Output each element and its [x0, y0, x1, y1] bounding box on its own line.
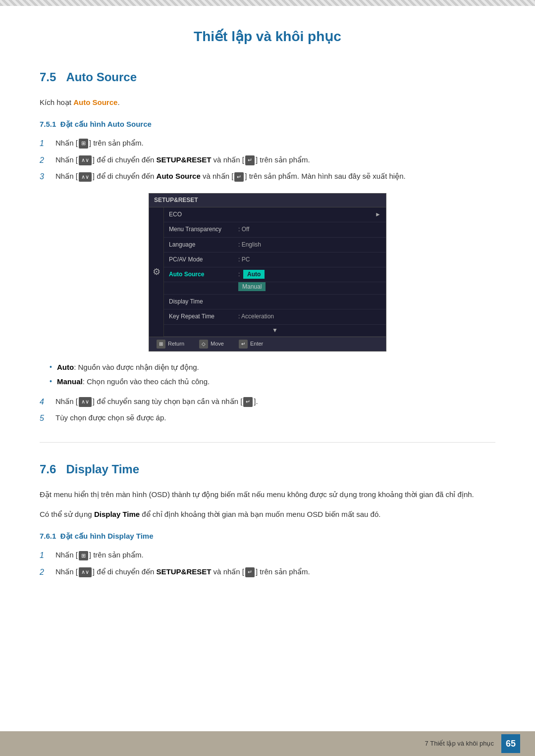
- osd-item-key-repeat: Key Repeat Time : Acceleration: [164, 309, 386, 324]
- osd-item-eco: ECO ►: [164, 207, 386, 222]
- setup-reset-label-76: SETUP&RESET: [157, 567, 212, 576]
- subsection-761-heading: 7.6.1 Đặt cấu hình Display Time: [40, 530, 495, 542]
- osd-item-pcav: PC/AV Mode : PC: [164, 252, 386, 267]
- osd-item-auto-source: Auto Source : Auto: [164, 267, 386, 282]
- menu-key-icon-76: ⊞: [79, 551, 88, 561]
- display-time-bold: Display Time: [94, 510, 140, 518]
- section-76-number: 7.6: [40, 462, 56, 476]
- nav-key-icon-3: ∧∨: [79, 397, 92, 407]
- section-75-title: Auto Source: [66, 70, 137, 84]
- step-76-1: 1 Nhấn [⊞] trên sản phẩm.: [40, 549, 495, 562]
- enter-btn-icon: ↵: [239, 340, 248, 349]
- step-76-2: 2 Nhấn [∧∨] để di chuyển đến SETUP&RESET…: [40, 566, 495, 579]
- osd-bottom-bar: ⊞ Return ◇ Move ↵ Enter: [149, 337, 386, 351]
- osd-auto-option: Auto: [243, 270, 265, 279]
- bullet-auto: Auto: Nguồn vào được nhận diện tự động.: [50, 361, 495, 373]
- page-wrapper: Thiết lập và khôi phục 7.5Auto Source Kí…: [0, 0, 535, 756]
- nav-key-icon-76: ∧∨: [79, 567, 92, 577]
- bullet-manual: Manual: Chọn nguồn vào theo cách thủ côn…: [50, 376, 495, 388]
- footer-page-number: 65: [501, 734, 520, 753]
- section-76-intro2: Có thể sử dụng Display Time để chỉ định …: [40, 508, 495, 520]
- steps-list-75: 1 Nhấn [⊞] trên sản phẩm. 2 Nhấn [∧∨] để…: [40, 137, 495, 183]
- move-btn-icon: ◇: [199, 340, 208, 349]
- osd-item-display-time: Display Time: [164, 295, 386, 309]
- section-75-number: 7.5: [40, 70, 56, 84]
- osd-move-item: ◇ Move: [199, 340, 224, 349]
- section-76-title: Display Time: [66, 462, 139, 476]
- section-divider: [40, 442, 495, 443]
- osd-title-bar: SETUP&RESET: [149, 194, 386, 207]
- auto-source-bold: Auto Source: [73, 98, 117, 106]
- osd-menu-list: ECO ► Menu Transparency : Off Language: [164, 207, 386, 337]
- footer-chapter-text: 7 Thiết lập và khôi phục: [425, 739, 494, 749]
- osd-item-menu-transparency: Menu Transparency : Off: [164, 222, 386, 237]
- bullet-manual-bold: Manual: [57, 377, 83, 386]
- setup-reset-label: SETUP&RESET: [157, 155, 212, 164]
- osd-return-item: ⊞ Return: [157, 340, 184, 349]
- bullet-auto-bold: Auto: [57, 363, 74, 371]
- section-76-heading: 7.6Display Time: [40, 460, 495, 479]
- steps-list-76: 1 Nhấn [⊞] trên sản phẩm. 2 Nhấn [∧∨] để…: [40, 549, 495, 578]
- subsection-751-heading: 7.5.1 Đặt cấu hình Auto Source: [40, 118, 495, 130]
- osd-enter-item: ↵ Enter: [239, 340, 263, 349]
- enter-key-icon-3: ↵: [243, 397, 253, 407]
- osd-manual-option: Manual: [238, 282, 266, 291]
- section-76-intro1: Đặt menu hiển thị trên màn hình (OSD) th…: [40, 489, 495, 501]
- steps-list-75-continued: 4 Nhấn [∧∨] để chuyển sang tùy chọn bạn …: [40, 396, 495, 425]
- enter-key-icon: ↵: [245, 155, 255, 165]
- osd-item-manual: Manual: [164, 282, 386, 295]
- step-2: 2 Nhấn [∧∨] để di chuyển đến SETUP&RESET…: [40, 154, 495, 167]
- osd-scroll-down: ▼: [164, 325, 386, 337]
- nav-key-icon: ∧∨: [79, 155, 92, 165]
- return-btn-icon: ⊞: [157, 340, 165, 349]
- main-content: Thiết lập và khôi phục 7.5Auto Source Kí…: [0, 6, 535, 606]
- auto-source-label-step: Auto Source: [157, 172, 201, 180]
- osd-gear-icon: ⚙: [149, 207, 164, 337]
- top-decorative-bar: [0, 0, 535, 6]
- menu-key-icon: ⊞: [79, 139, 88, 149]
- osd-screenshot-container: SETUP&RESET ⚙ ECO ► Menu Transparency: [40, 193, 495, 352]
- osd-menu: SETUP&RESET ⚙ ECO ► Menu Transparency: [149, 193, 386, 352]
- step-1: 1 Nhấn [⊞] trên sản phẩm.: [40, 137, 495, 150]
- enter-key-icon-76: ↵: [245, 567, 255, 577]
- page-footer: 7 Thiết lập và khôi phục 65: [0, 731, 535, 756]
- page-title: Thiết lập và khôi phục: [40, 26, 495, 48]
- enter-key-icon-2: ↵: [234, 172, 244, 182]
- step-5: 5 Tùy chọn được chọn sẽ được áp.: [40, 412, 495, 425]
- step-4: 4 Nhấn [∧∨] để chuyển sang tùy chọn bạn …: [40, 396, 495, 408]
- step-3: 3 Nhấn [∧∨] để di chuyển đến Auto Source…: [40, 170, 495, 183]
- osd-body: ⚙ ECO ► Menu Transparency : Off: [149, 207, 386, 337]
- bullet-list-75: Auto: Nguồn vào được nhận diện tự động. …: [40, 361, 495, 388]
- section-75-heading: 7.5Auto Source: [40, 68, 495, 87]
- osd-item-language: Language : English: [164, 238, 386, 252]
- nav-key-icon-2: ∧∨: [79, 172, 92, 182]
- section-75-intro: Kích hoạt Auto Source.: [40, 97, 495, 108]
